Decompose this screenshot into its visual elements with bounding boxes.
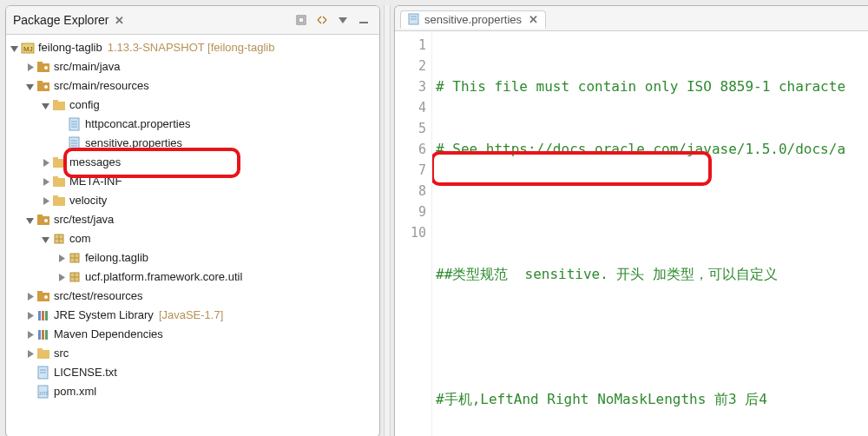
package-explorer-title: Package Explorer (13, 13, 109, 27)
svg-point-7 (44, 66, 48, 69)
tree-item[interactable]: messages (10, 153, 378, 172)
library-icon (36, 308, 50, 322)
properties-file-icon (408, 13, 420, 25)
twistie-closed-icon[interactable] (25, 330, 35, 340)
code-area[interactable]: # This file must contain only ISO 8859-1… (432, 31, 868, 436)
xml-file-icon: xml (36, 385, 50, 399)
package-explorer-panel: Package Explorer ✕ MJ feilong-taglib (5, 5, 380, 436)
link-with-editor-icon[interactable] (313, 12, 331, 28)
tree-item[interactable]: feilong.taglib (10, 248, 378, 268)
close-view-icon[interactable]: ✕ (115, 14, 124, 27)
svg-rect-2 (359, 22, 368, 23)
twistie-open-icon[interactable] (41, 101, 50, 110)
twistie-closed-icon[interactable] (41, 158, 50, 168)
tree-item-label: sensitive.properties (85, 135, 182, 152)
line-number: 6 (395, 139, 426, 160)
twistie-closed-icon[interactable] (25, 292, 35, 301)
tree-item[interactable]: Maven Dependencies (10, 325, 378, 344)
twistie-closed-icon[interactable] (41, 177, 50, 187)
maven-project-icon: MJ (21, 41, 35, 55)
tree-item[interactable]: com (10, 229, 378, 248)
svg-rect-22 (53, 157, 58, 160)
project-tree[interactable]: MJ feilong-taglib 1.13.3-SNAPSHOT [feilo… (6, 35, 379, 436)
twistie-closed-icon[interactable] (25, 311, 35, 320)
twistie-closed-icon[interactable] (56, 273, 66, 282)
svg-rect-11 (53, 102, 65, 110)
package-icon (68, 270, 82, 284)
folder-icon (52, 194, 66, 208)
twistie-closed-icon[interactable] (25, 349, 35, 359)
svg-point-29 (44, 219, 48, 222)
svg-rect-36 (38, 311, 41, 320)
code-text: ##类型规范 sensitive. 开头 加类型，可以自定义 (436, 266, 778, 282)
twistie-open-icon[interactable] (25, 215, 35, 225)
svg-rect-40 (42, 330, 44, 340)
tree-item[interactable]: ucf.platform.framework.core.util (10, 268, 378, 287)
editor-tab[interactable]: sensitive.properties ✕ (400, 10, 546, 29)
tree-item[interactable]: config (10, 96, 378, 115)
twistie-closed-icon[interactable] (41, 196, 50, 206)
tree-item-label: feilong-taglib (38, 39, 102, 56)
svg-rect-39 (38, 330, 41, 340)
close-tab-icon[interactable]: ✕ (529, 13, 538, 26)
package-folder-icon (36, 60, 50, 74)
folder-icon (52, 155, 66, 169)
tree-item[interactable]: src/test/resources (10, 287, 378, 306)
tree-item[interactable]: JRE System Library [JavaSE-1.7] (10, 306, 378, 325)
package-folder-icon (36, 289, 50, 303)
package-folder-icon (36, 213, 50, 227)
twistie-open-icon[interactable] (41, 235, 50, 244)
tree-item-label: feilong.taglib (85, 249, 148, 267)
svg-rect-21 (53, 159, 65, 168)
editor-area[interactable]: 1 2 3 4 5 6 7 8 9 10 # This file must co… (395, 30, 868, 436)
line-number: 7 (395, 160, 426, 181)
tree-item[interactable]: src/main/resources (10, 76, 378, 96)
tree-item[interactable]: velocity (10, 191, 378, 210)
tree-item[interactable]: LICENSE.txt (10, 363, 378, 382)
tree-item[interactable]: src/main/java (10, 57, 378, 76)
split-handle[interactable] (384, 5, 391, 436)
collapse-all-icon[interactable] (293, 12, 310, 28)
svg-rect-1 (299, 17, 304, 23)
twistie-closed-icon[interactable] (56, 254, 66, 263)
tree-item-label: src/main/resources (54, 77, 149, 95)
twistie-open-icon[interactable] (25, 82, 35, 91)
line-number: 1 (395, 35, 426, 56)
code-text: # This file must contain only ISO 8859-1… (436, 78, 845, 95)
tree-item-label: META-INF (69, 173, 122, 190)
tree-item[interactable]: META-INF (10, 172, 378, 191)
line-number: 9 (395, 201, 426, 222)
package-icon (52, 232, 66, 246)
twistie-open-icon[interactable] (10, 43, 19, 53)
tree-item-sensitive-properties[interactable]: sensitive.properties (10, 134, 378, 153)
text-file-icon (36, 366, 50, 380)
tree-item-label: pom.xml (54, 383, 96, 400)
svg-rect-37 (42, 311, 44, 320)
minimize-icon[interactable] (355, 12, 372, 28)
svg-rect-24 (53, 176, 58, 179)
tree-item[interactable]: httpconcat.properties (10, 115, 378, 134)
tree-item[interactable]: xml pom.xml (10, 382, 378, 401)
svg-rect-9 (37, 81, 43, 83)
tree-item-label: config (69, 96, 100, 114)
tree-project-root[interactable]: MJ feilong-taglib 1.13.3-SNAPSHOT [feilo… (10, 38, 378, 57)
line-number: 8 (395, 181, 426, 201)
tree-item-label: ucf.platform.framework.core.util (85, 268, 242, 286)
line-number-gutter: 1 2 3 4 5 6 7 8 9 10 (395, 31, 432, 436)
twistie-closed-icon[interactable] (25, 63, 35, 72)
view-menu-icon[interactable] (334, 12, 352, 28)
tree-item[interactable]: src (10, 344, 378, 363)
tree-item-label: src/test/resources (54, 287, 143, 305)
svg-rect-25 (53, 197, 65, 206)
svg-point-10 (44, 85, 48, 89)
line-number: 5 (395, 118, 426, 139)
folder-icon (36, 347, 50, 360)
package-icon (68, 251, 82, 265)
tree-item[interactable]: src/test/java (10, 210, 378, 229)
tree-item-label: com (69, 230, 91, 248)
tree-item-label: messages (69, 154, 121, 171)
svg-rect-6 (37, 62, 43, 64)
svg-rect-42 (37, 350, 49, 359)
folder-icon (52, 98, 66, 112)
tree-item-label: LICENSE.txt (54, 364, 117, 381)
